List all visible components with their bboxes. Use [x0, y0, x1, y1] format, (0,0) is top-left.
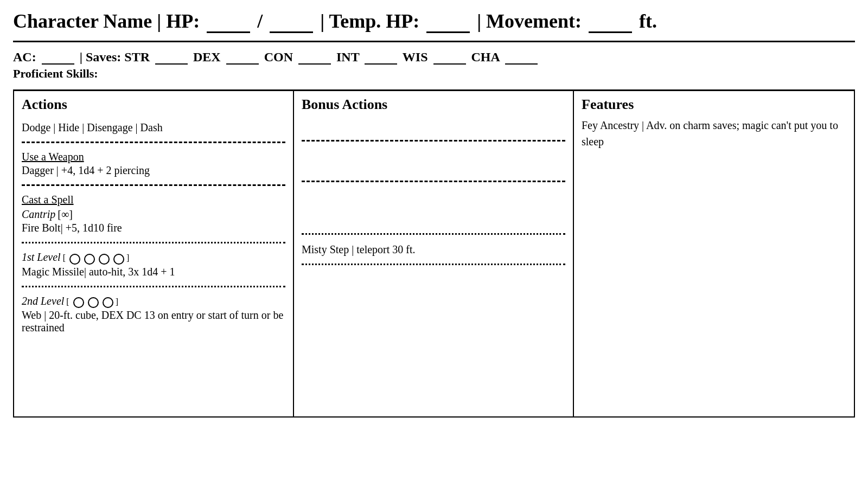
cast-a-spell-section: Cast a Spell Cantrip [∞] Fire Bolt| +5, …: [22, 190, 285, 237]
saves-label: Saves:: [86, 50, 121, 64]
weapon-section: Use a Weapon Dagger | +4, 1d4 + 2 pierci…: [22, 147, 285, 180]
temp-hp-label: Temp. HP:: [329, 10, 419, 32]
slot-2-2[interactable]: [88, 297, 99, 308]
actions-column: Actions Dodge | Hide | Disengage | Dash …: [14, 91, 294, 416]
slot-1-2[interactable]: [84, 254, 95, 265]
spell-2nd-label-row: 2nd Level [ ]: [22, 295, 285, 308]
int-value[interactable]: [365, 63, 397, 65]
spell-2nd-section: 2nd Level [ ] Web | 20-ft. cube, DEX DC …: [22, 292, 285, 337]
bonus-spacer-4: [302, 269, 565, 312]
divider-2: [22, 184, 285, 186]
cantrip-infinity: [∞]: [58, 207, 73, 220]
title-divider: [13, 41, 855, 42]
bonus-divider-4: [302, 264, 565, 265]
basic-actions-text: Dodge | Hide | Disengage | Dash: [22, 120, 285, 134]
ac-label: AC:: [13, 50, 36, 64]
stats-row: AC: | Saves: STR DEX CON INT WIS CHA: [13, 46, 855, 67]
slot-2-3[interactable]: [103, 297, 113, 308]
str-value[interactable]: [155, 63, 188, 65]
bonus-divider-2: [302, 181, 565, 182]
hp-max[interactable]: [270, 31, 313, 33]
cantrip-label: Cantrip: [22, 208, 55, 220]
slot-1-3[interactable]: [99, 254, 110, 265]
basic-actions-section: Dodge | Hide | Disengage | Dash: [22, 117, 285, 137]
cast-a-spell-title: Cast a Spell: [22, 194, 285, 206]
con-value[interactable]: [298, 63, 331, 65]
slot-1-4[interactable]: [113, 254, 124, 265]
hp-label: HP:: [166, 10, 200, 32]
features-column: Features Fey Ancestry | Adv. on charm sa…: [574, 91, 854, 416]
ft-label: ft.: [639, 10, 657, 32]
weapon-detail: Dagger | +4, 1d4 + 2 piercing: [22, 163, 285, 177]
bonus-spacer-2: [302, 146, 565, 176]
bonus-1st-level: Misty Step | teleport 30 ft.: [302, 239, 565, 259]
dex-value[interactable]: [226, 63, 259, 65]
str-label: STR: [124, 50, 150, 64]
movement-value[interactable]: [589, 31, 632, 33]
hp-current[interactable]: [207, 31, 250, 33]
character-name: Character Name: [13, 10, 152, 32]
temp-hp-value[interactable]: [426, 31, 470, 33]
spell-1st-label: 1st Level: [22, 251, 61, 263]
wis-label: WIS: [403, 50, 428, 64]
main-grid: Actions Dodge | Hide | Disengage | Dash …: [13, 91, 855, 418]
actions-header: Actions: [22, 97, 285, 117]
bonus-header: Bonus Actions: [302, 97, 565, 117]
weapon-title: Use a Weapon: [22, 151, 285, 163]
bonus-actions-column: Bonus Actions Misty Step | teleport 30 f…: [294, 91, 574, 416]
misty-step-text: Misty Step | teleport 30 ft.: [302, 242, 565, 256]
movement-label: Movement:: [486, 10, 582, 32]
features-header: Features: [582, 97, 846, 117]
spell-1st-section: 1st Level [ ] Magic Missile| auto-hit, 3…: [22, 248, 285, 281]
proficient-label: Proficient Skills:: [13, 67, 98, 80]
spell-2nd-detail: Web | 20-ft. cube, DEX DC 13 on entry or…: [22, 308, 285, 334]
cantrip-row: Cantrip [∞]: [22, 206, 285, 221]
proficient-row: Proficient Skills:: [13, 67, 855, 85]
character-header: Character Name | HP: / | Temp. HP: | Mov…: [13, 10, 855, 37]
con-label: CON: [264, 50, 293, 64]
divider-4: [22, 286, 285, 287]
slot-1-1[interactable]: [69, 254, 80, 265]
divider-3: [22, 242, 285, 243]
slot-2-1[interactable]: [73, 297, 84, 308]
cantrip-detail: Fire Bolt| +5, 1d10 fire: [22, 221, 285, 234]
spell-1st-label-row: 1st Level [ ]: [22, 251, 285, 264]
spell-1st-detail: Magic Missile| auto-hit, 3x 1d4 + 1: [22, 265, 285, 278]
ac-value[interactable]: [42, 63, 74, 65]
spell-2nd-label: 2nd Level: [22, 295, 64, 307]
bonus-spacer-3: [302, 187, 565, 229]
features-text: Fey Ancestry | Adv. on charm saves; magi…: [582, 117, 846, 150]
bonus-divider-1: [302, 140, 565, 142]
int-label: INT: [336, 50, 359, 64]
divider-1: [22, 142, 285, 143]
bonus-spacer-1: [302, 117, 565, 136]
cha-label: CHA: [471, 50, 500, 64]
wis-value[interactable]: [433, 63, 466, 65]
cha-value[interactable]: [505, 63, 538, 65]
dex-label: DEX: [193, 50, 221, 64]
bonus-divider-3: [302, 233, 565, 235]
